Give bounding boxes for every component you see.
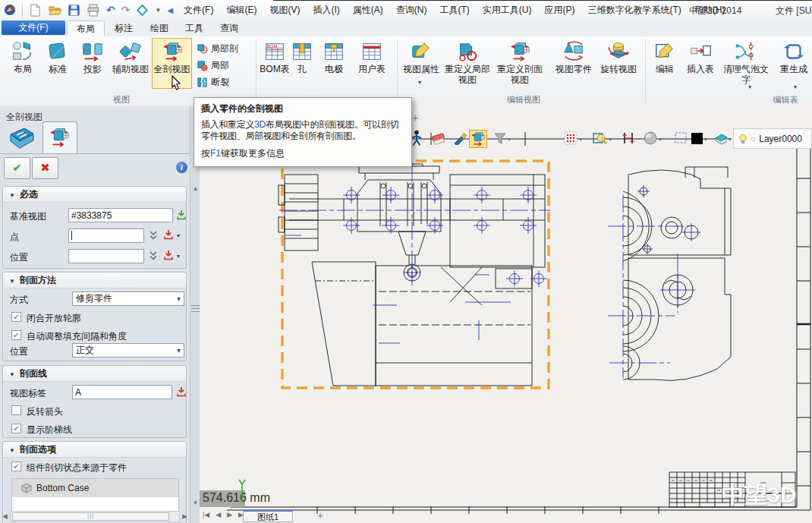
regen-icon[interactable] [136,4,149,17]
save-icon[interactable] [68,4,80,17]
menu-inquire[interactable]: 查询(N) [396,4,427,17]
scroll-down-icon[interactable]: ▼ [191,499,200,506]
menu-3d-teaching-system[interactable]: 三维数字化教学系统(T) [587,4,681,17]
add-sheet-icon[interactable]: + [317,509,323,521]
section-options-header[interactable]: 剖面选项 [3,442,186,458]
hole-table-button[interactable]: 孔 [290,39,314,89]
close-open-profile-checkbox[interactable] [11,312,21,322]
layout-button[interactable]: 布局 [5,39,41,89]
color-swatch-icon[interactable] [691,133,703,144]
info-icon[interactable]: i [176,162,187,173]
position-expand-icon[interactable] [149,250,158,261]
zoom-dropdown-icon[interactable]: ▾ [609,136,612,143]
brush-icon[interactable] [453,131,467,145]
tab-drawing[interactable]: 绘图 [143,20,176,36]
auto-adjust-hatch-checkbox[interactable] [11,330,21,340]
panel-vertical-scrollbar[interactable]: ▲ ▼ [190,106,200,523]
electrode-table-button[interactable]: 电极 [317,39,351,89]
new-file-icon[interactable] [29,4,42,17]
menu-view[interactable]: 视图(V) [269,4,300,17]
redefine-local-view-button[interactable]: 重定义局部视图 [444,39,491,89]
insert-table-button[interactable]: 插入表 [683,39,718,89]
main-view-drawing[interactable] [279,161,550,388]
point-grid-icon[interactable] [564,131,578,145]
standard-view-button[interactable]: 标准 [42,39,73,89]
menu-insert[interactable]: 插入(I) [313,4,339,17]
auxiliary-view-button[interactable]: 辅助视图 [111,39,150,89]
point-input[interactable] [68,228,144,243]
panel-horizontal-scrollbar[interactable]: ◀ ||| ▶ [0,510,190,522]
menu-tools[interactable]: 工具(T) [439,4,469,17]
clean-balloon-text-button[interactable]: 清理气泡文字 [722,39,770,89]
zoom-window-icon[interactable] [593,131,607,145]
clean-balloon-dropdown-icon[interactable]: ▾ [748,83,751,90]
active-command-icon[interactable] [469,130,487,148]
scrollbar-track[interactable]: ||| [10,511,180,522]
layer-combobox[interactable]: ○ Layer0000 [733,128,812,149]
first-sheet-icon[interactable] [203,511,209,518]
layer-color-icon[interactable]: ○ [751,134,756,144]
full-section-panel-tab[interactable] [42,121,77,154]
eraser-icon[interactable] [432,131,445,145]
scroll-right-icon[interactable]: ▶ [180,512,190,520]
undo-icon[interactable]: ↶ [106,5,115,15]
qat-dropdown-icon[interactable]: ▼ [155,7,161,14]
section-method-header[interactable]: 剖面方法 [3,273,186,288]
view-label-pick-icon[interactable] [176,386,187,397]
local-section-button[interactable]: 局部剖 [197,41,256,56]
list-item[interactable]: Bottom Case [12,479,178,497]
sheet-tab[interactable]: 图纸1 [243,510,293,522]
broken-view-button[interactable]: 断裂 [197,74,256,90]
view-label-input[interactable] [72,385,172,399]
section-ruler-icon[interactable] [622,131,635,145]
point-pick-dropdown-icon[interactable]: ▾ [177,232,180,239]
print-icon[interactable] [87,4,100,17]
position-input[interactable] [68,249,144,263]
scroll-left-icon[interactable]: ◀ [0,512,10,520]
hatch-line-header[interactable]: 剖面线 [3,366,186,382]
tab-layout[interactable]: 布局 [67,20,105,36]
local-view-button[interactable]: 局部 [197,58,256,73]
menu-edit[interactable]: 编辑(E) [226,4,257,17]
cancel-button[interactable]: ✖ [32,157,58,179]
view-part-button[interactable]: 视图零件 [552,39,595,89]
redefine-section-view-button[interactable]: 重定义剖面视图 [495,39,545,89]
base-view-input[interactable] [68,208,173,222]
layer-icon[interactable] [714,131,729,145]
tab-tools[interactable]: 工具 [178,20,211,36]
regenerate-dropdown-icon[interactable]: ▾ [794,83,797,90]
bom-table-button[interactable]: BOM表 [258,39,291,89]
method-mode-dropdown[interactable]: 修剪零件 [72,291,184,306]
drawing-canvas[interactable]: + ▾ ▾ ▾ ▾ ▾ ▾ ○ Layer0000 中望3D 574.616 m… [200,106,812,523]
redo-icon[interactable]: ↷ [121,5,131,15]
point-expand-icon[interactable] [149,230,158,241]
display-mode-icon[interactable] [644,131,657,145]
prev-sheet-icon[interactable] [216,511,221,518]
view-attributes-dropdown-icon[interactable]: ▾ [418,79,421,86]
menu-file[interactable]: 文件(F) [184,4,213,17]
base-view-pick-icon[interactable] [176,210,187,220]
scroll-up-icon[interactable]: ▲ [191,185,200,192]
next-sheet-icon[interactable] [227,511,232,518]
position-pick-icon[interactable] [163,250,174,260]
scrollbar-thumb[interactable]: ||| [12,512,169,521]
projection-button[interactable]: 投影 [76,39,109,89]
side-view-drawing[interactable] [608,167,731,380]
file-menu-button[interactable]: 文件(F) [2,20,65,35]
regenerate-button[interactable]: 重生成 [774,39,812,89]
walk-through-icon[interactable] [411,130,423,147]
tab-annotation[interactable]: 标注 [106,20,141,36]
layer-dropdown-icon[interactable]: ▾ [729,136,732,143]
menu-utilities[interactable]: 实用工具(U) [483,4,532,17]
position-pick-dropdown-icon[interactable]: ▾ [177,253,180,260]
edit-button[interactable]: 编辑 [650,39,680,89]
tab-inquire[interactable]: 查询 [212,20,246,36]
open-file-icon[interactable] [48,4,61,16]
user-table-button[interactable]: 用户表 [352,39,392,89]
selection-box-icon[interactable] [674,131,688,145]
color-dropdown-icon[interactable]: ▾ [704,136,707,143]
display-dropdown-icon[interactable]: ▾ [659,136,662,143]
flip-arrow-checkbox[interactable] [11,405,21,415]
state-from-part-checkbox[interactable] [11,462,21,471]
grid-dropdown-icon[interactable]: ▾ [579,136,582,143]
